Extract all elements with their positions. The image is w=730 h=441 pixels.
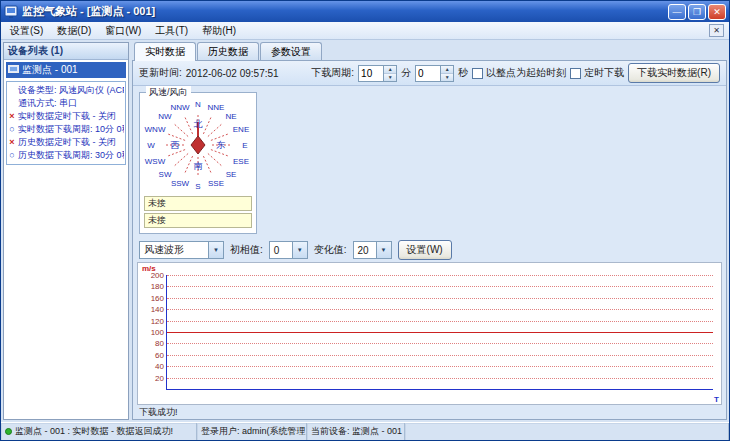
delta-label: 变化值: [314,243,347,257]
grid-line [167,275,713,276]
tab-history-data[interactable]: 历史数据 [197,42,259,61]
spin-up-icon[interactable]: ▲ [441,66,453,74]
tab-strip: 实时数据 历史数据 参数设置 [132,42,727,61]
realtime-tab-content: 更新时间: 2012-06-02 09:57:51 下载周期: ▲ ▼ 分 [132,60,727,420]
dir-label-se: SE [226,170,237,179]
download-realtime-button[interactable]: 下载实时数据(R) [628,63,720,83]
close-button[interactable]: ✕ [708,4,726,20]
seconds-unit-label: 秒 [458,66,468,80]
align-start-checkbox[interactable] [472,68,483,79]
dir-label-nnw: NNW [170,103,189,112]
grid-line [167,343,713,344]
waveform-controls: 风速波形 ▼ 初相值: 0 ▼ 变化值: 20 ▼ 设置(W) [133,238,726,262]
info-marker [8,84,16,97]
update-time-value: 2012-06-02 09:57:51 [186,68,279,79]
info-text: 实时数据下载周期: 10分 0秒 [18,123,124,136]
device-info-box: 设备类型: 风速风向仪 (ACF96-4) 通讯方式: 串口 × 实时数据定时下… [6,81,126,165]
delta-select-value: 20 [354,245,376,256]
info-text: 实时数据定时下载 - 关闭 [18,110,116,123]
info-line: ○ 历史数据下载周期: 30分 0秒 [8,149,124,162]
y-tick-label: 100 [151,328,164,337]
status-ok-icon [5,428,12,435]
minutes-spinner: ▲ ▼ [383,66,396,81]
menu-item-data[interactable]: 数据(D) [50,23,98,39]
wind-direction-field: 未接 [144,213,252,228]
wind-group-box: 风速/风向 [139,92,257,234]
align-start-label: 以整点为起始时刻 [486,66,566,80]
info-text: 历史数据下载周期: 30分 0秒 [18,149,124,162]
dir-label-ene: ENE [233,125,249,134]
dir-label-s: S [195,182,200,191]
y-tick-label: 20 [155,373,164,382]
spin-up-icon[interactable]: ▲ [384,66,396,74]
info-line: 通讯方式: 串口 [8,97,124,110]
waveform-select[interactable]: 风速波形 ▼ [139,241,224,259]
info-marker [8,97,16,110]
chevron-down-icon[interactable]: ▼ [292,242,307,258]
window-title: 监控气象站 - [监测点 - 001] [22,4,666,19]
mdi-close-button[interactable]: ✕ [709,24,724,37]
wind-display-region: 风速/风向 [133,86,726,238]
minutes-input[interactable] [359,66,383,81]
device-sidebar: 设备列表 (1) 监测点 - 001 设备类型: 风速风向仪 (ACF96-4)… [3,42,129,420]
timed-download-checkbox[interactable] [570,68,581,79]
wind-speed-chart: m/s 200 180 160 [137,262,722,405]
title-bar: 监控气象站 - [监测点 - 001] — ❐ ✕ [1,1,729,22]
menu-bar: 设置(S) 数据(D) 窗口(W) 工具(T) 帮助(H) ✕ [1,22,729,40]
main-area: 实时数据 历史数据 参数设置 更新时间: 2012-06-02 09:57:51… [132,42,727,420]
status-message-segment: 监测点 - 001 : 实时数据 - 数据返回成功! [1,423,197,440]
menu-item-window[interactable]: 窗口(W) [98,23,148,39]
tab-realtime-data[interactable]: 实时数据 [134,42,196,61]
grid-line [167,309,713,310]
y-tick-label: 60 [155,350,164,359]
dir-label-ese: ESE [233,157,249,166]
info-line: 设备类型: 风速风向仪 (ACF96-4) [8,84,124,97]
tree-item-device[interactable]: 监测点 - 001 [6,62,126,78]
y-tick-label: 160 [151,293,164,302]
menu-item-tools[interactable]: 工具(T) [148,23,195,39]
inner-label-north: 北 [194,118,203,131]
minimize-button[interactable]: — [668,4,686,20]
status-user-segment: 登录用户: admin(系统管理员) [197,423,307,440]
timed-download-checkbox-group: 定时下载 [570,66,624,80]
tab-parameter-settings[interactable]: 参数设置 [260,42,322,61]
download-toolbar: 更新时间: 2012-06-02 09:57:51 下载周期: ▲ ▼ 分 [133,61,726,86]
y-tick-label: 200 [151,271,164,280]
waveform-select-value: 风速波形 [140,243,208,257]
dir-label-ssw: SSW [171,179,189,188]
y-tick-label: 120 [151,316,164,325]
status-message: 监测点 - 001 : 实时数据 - 数据返回成功! [15,425,173,438]
spin-down-icon[interactable]: ▼ [441,74,453,81]
phase-select-value: 0 [270,245,292,256]
chevron-down-icon[interactable]: ▼ [376,242,391,258]
inner-label-west: 西 [171,139,180,152]
menu-item-settings[interactable]: 设置(S) [3,23,50,39]
status-bar: 监测点 - 001 : 实时数据 - 数据返回成功! 登录用户: admin(系… [1,422,729,440]
delta-select[interactable]: 20 ▼ [353,241,392,259]
info-line: × 实时数据定时下载 - 关闭 [8,110,124,123]
dir-label-sw: SW [159,170,172,179]
chevron-down-icon[interactable]: ▼ [208,242,223,258]
download-period-label: 下载周期: [311,66,354,80]
seconds-input[interactable] [416,66,440,81]
menu-item-help[interactable]: 帮助(H) [195,23,243,39]
status-empty-segment [405,423,729,440]
device-list-header: 设备列表 (1) [4,43,128,60]
grid-line [167,355,713,356]
x-axis-label: T [714,395,719,404]
wind-speed-field: 未接 [144,196,252,211]
grid-line [167,286,713,287]
info-text: 通讯方式: 串口 [18,97,77,110]
timed-download-label: 定时下载 [584,66,624,80]
compass-rose: N NNE NE ENE E ESE SE SSE S SSW SW WSW [142,96,254,194]
dir-label-nw: NW [158,112,171,121]
spin-down-icon[interactable]: ▼ [384,74,396,81]
app-window: 监控气象站 - [监测点 - 001] — ❐ ✕ 设置(S) 数据(D) 窗口… [0,0,730,441]
maximize-button[interactable]: ❐ [688,4,706,20]
set-button[interactable]: 设置(W) [398,240,452,260]
dir-label-w: W [147,141,155,150]
update-time-label: 更新时间: [139,66,182,80]
tree-item-label: 监测点 - 001 [22,63,78,77]
phase-select[interactable]: 0 ▼ [269,241,308,259]
info-line: ○ 实时数据下载周期: 10分 0秒 [8,123,124,136]
